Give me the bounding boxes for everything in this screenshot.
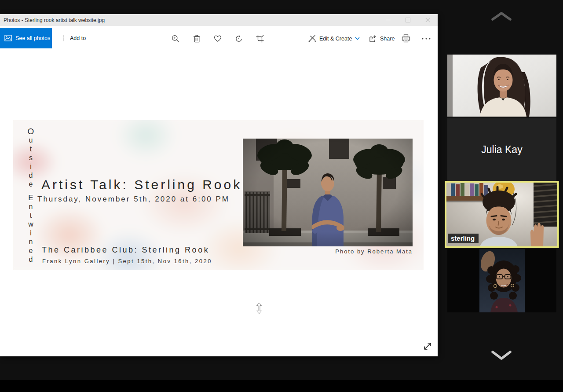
close-button[interactable] (418, 14, 438, 26)
share-icon (369, 35, 377, 43)
vletter: d (29, 255, 33, 264)
vletter: O (28, 127, 34, 136)
heart-icon (214, 35, 222, 42)
delete-button[interactable] (193, 35, 201, 43)
participant-3-name-tag: sterling (448, 234, 479, 243)
participant-2-name: Julia Kay (481, 144, 522, 156)
plus-icon (60, 35, 66, 41)
vletter: e (29, 246, 33, 255)
diagonal-resize-icon (423, 341, 432, 351)
vletter: i (30, 162, 32, 171)
flyer-title: Artist Talk: Sterling Rook (41, 177, 242, 192)
vletter: s (29, 154, 33, 162)
chevron-down-icon (491, 350, 512, 360)
crop-icon (256, 35, 264, 43)
vletter: t (30, 145, 32, 154)
photo-credit: Photo by Roberta Mata (243, 248, 413, 255)
edit-create-label: Edit & Create (319, 36, 352, 42)
favorite-button[interactable] (214, 35, 222, 43)
participant-video-tile-4[interactable] (447, 249, 556, 312)
expand-button[interactable] (423, 341, 432, 351)
chevron-up-icon (491, 11, 512, 21)
trash-icon (193, 35, 201, 43)
zoom-in-button[interactable] (172, 35, 179, 43)
exhibit-title: The Caribbee Club: Sterling Rook (42, 245, 209, 255)
share-label: Share (380, 36, 395, 42)
flyer-vertical-title: O u t s i d e E n t w i n e d (26, 127, 36, 264)
exhibit-details: Frank Lynn Gallery | Sept 15th, Nov 16th… (42, 258, 212, 264)
minimize-icon (386, 20, 391, 20)
participant-4-video (447, 249, 556, 312)
window-title: Photos - Sterling rook artist talk websi… (0, 17, 378, 23)
vletter: u (29, 136, 33, 145)
edit-create-button[interactable]: Edit & Create (308, 26, 360, 51)
picture-frame-icon (4, 35, 12, 41)
window-controls (378, 14, 438, 26)
photo-viewer-canvas: O u t s i d e E n t w i n e d Artist Tal… (0, 51, 438, 356)
bottom-bezel (0, 380, 563, 392)
vletter: t (30, 211, 32, 220)
vletter: e (29, 180, 33, 189)
vletter: n (29, 202, 33, 211)
displayed-photo-flyer: O u t s i d e E n t w i n e d Artist Tal… (13, 120, 424, 270)
see-all-photos-button[interactable]: See all photos (0, 28, 52, 48)
titlebar[interactable]: Photos - Sterling rook artist talk websi… (0, 14, 438, 26)
scroll-participants-up-button[interactable] (491, 11, 512, 21)
artist-portrait-photo (243, 139, 413, 246)
vletter: n (29, 238, 33, 246)
participant-1-video (447, 55, 556, 117)
chevron-down-icon (355, 37, 360, 40)
share-button[interactable]: Share (369, 26, 395, 51)
see-all-photos-label: See all photos (15, 35, 50, 41)
participant-video-tile-2[interactable]: Julia Kay (447, 118, 556, 181)
maximize-button[interactable] (398, 14, 418, 26)
add-to-button[interactable]: Add to (56, 28, 89, 48)
magnifier-plus-icon (172, 35, 179, 43)
artist-portrait-scene (243, 139, 413, 246)
more-options-button[interactable] (421, 26, 431, 51)
photos-app-window: Photos - Sterling rook artist talk websi… (0, 14, 438, 356)
participant-video-tile-1[interactable] (447, 55, 556, 117)
vletter: d (29, 171, 33, 180)
vletter: i (30, 229, 32, 238)
scroll-participants-down-button[interactable] (491, 350, 512, 360)
vletter: E (28, 194, 33, 202)
printer-icon (402, 34, 410, 43)
close-icon (425, 18, 430, 22)
pen-cross-icon (308, 35, 316, 43)
vletter: w (28, 220, 33, 229)
participant-video-tile-3-active-speaker[interactable]: sterling (445, 181, 559, 248)
rotate-button[interactable] (235, 35, 243, 43)
crop-button[interactable] (256, 35, 264, 43)
ellipsis-icon (421, 37, 431, 40)
toolbar-center-group (172, 26, 264, 51)
flyer-datetime: Thursday, November 5th, 2020 at 6:00 PM (37, 195, 230, 204)
minimize-button[interactable] (378, 14, 398, 26)
rotate-icon (235, 35, 243, 43)
maximize-icon (406, 18, 410, 22)
vertical-resize-cursor (256, 302, 263, 314)
toolbar: See all photos Add to (0, 26, 438, 51)
print-button[interactable] (402, 26, 410, 51)
add-to-label: Add to (70, 35, 86, 41)
